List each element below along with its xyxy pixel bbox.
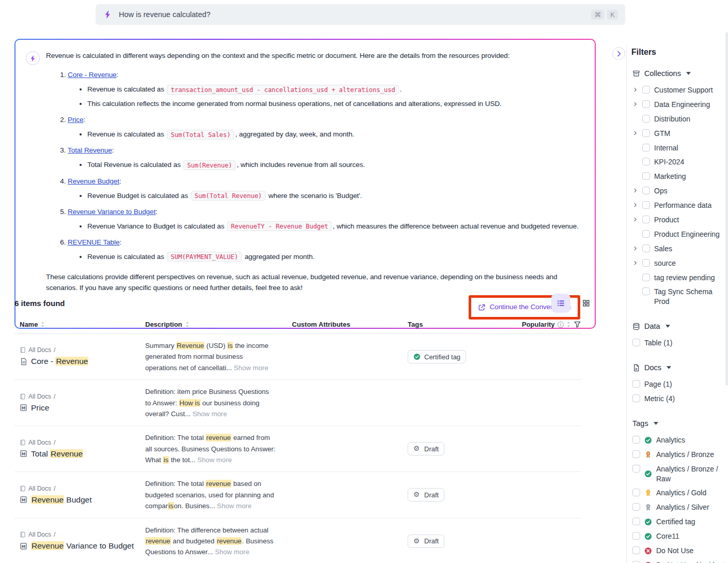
filter-item[interactable]: Ops xyxy=(632,186,726,196)
filter-item[interactable]: Analytics / Silver xyxy=(632,503,726,512)
doc-link[interactable]: Revenue Budget xyxy=(68,177,119,185)
chevron-right-icon[interactable] xyxy=(632,216,638,223)
asset-name[interactable]: Core - Revenue xyxy=(20,356,138,367)
show-more-link[interactable]: Show more xyxy=(215,548,250,556)
column-header-popularity[interactable]: Popularity xyxy=(522,321,571,328)
table-row[interactable]: All Docs /MPriceDefinition: item price B… xyxy=(14,380,581,426)
filter-item[interactable]: tag review pending xyxy=(632,273,726,283)
sort-icon[interactable] xyxy=(40,321,45,328)
column-header-name[interactable]: Name xyxy=(14,321,145,328)
checkbox[interactable] xyxy=(642,144,650,151)
show-more-link[interactable]: Show more xyxy=(193,410,227,418)
filter-item[interactable]: Page (1) xyxy=(632,379,726,389)
checkbox[interactable] xyxy=(642,115,650,123)
table-row[interactable]: All Docs /Core - RevenueSummary Revenue … xyxy=(14,334,581,380)
show-more-link[interactable]: Show more xyxy=(197,456,232,464)
checkbox[interactable] xyxy=(632,518,640,525)
table-row[interactable]: All Docs /MRevenue Variance to BudgetDef… xyxy=(14,519,581,563)
chevron-right-icon[interactable] xyxy=(632,130,638,136)
column-header-description[interactable]: Description xyxy=(145,321,292,328)
filter-item[interactable]: Table (1) xyxy=(632,338,726,348)
checkbox[interactable] xyxy=(642,245,650,252)
filter-group-header[interactable]: Collections xyxy=(632,69,726,78)
checkbox[interactable] xyxy=(632,489,640,496)
filter-item[interactable]: Analytics / Bronze / Raw xyxy=(632,464,726,484)
filter-item[interactable]: Analytics xyxy=(632,435,726,445)
checkbox[interactable] xyxy=(632,532,640,540)
tag-pill[interactable]: ⚙Draft xyxy=(408,442,444,455)
grid-view-button[interactable] xyxy=(577,294,596,313)
filter-item[interactable]: Sales xyxy=(632,244,726,254)
filter-item[interactable]: Metric (4) xyxy=(632,394,726,404)
checkbox[interactable] xyxy=(642,129,650,137)
filter-item[interactable]: source xyxy=(632,258,726,268)
filter-funnel-icon[interactable] xyxy=(574,321,581,328)
table-row[interactable]: All Docs /MTotal RevenueDefinition: The … xyxy=(14,426,581,472)
doc-link[interactable]: REVENUE Table xyxy=(68,238,119,246)
asset-name[interactable]: MRevenue Budget xyxy=(20,495,138,505)
filter-group-header[interactable]: Data xyxy=(632,322,726,330)
filter-item[interactable]: KPI-2024 xyxy=(632,157,726,167)
tag-pill[interactable]: Certified tag xyxy=(408,350,466,363)
checkbox[interactable] xyxy=(642,201,650,209)
filter-item[interactable]: Marketing xyxy=(632,172,726,181)
checkbox[interactable] xyxy=(632,546,640,554)
search-query[interactable]: How is revenue calculated? xyxy=(119,10,585,19)
chevron-right-icon[interactable] xyxy=(632,245,638,252)
filter-item[interactable]: Customer Support xyxy=(632,85,726,95)
filter-item[interactable]: Analytics / Bronze xyxy=(632,450,726,460)
collapse-filters-button[interactable] xyxy=(612,47,625,60)
filter-item[interactable]: Analytics / Gold xyxy=(632,488,726,498)
checkbox[interactable] xyxy=(642,259,650,267)
checkbox[interactable] xyxy=(632,380,640,388)
checkbox[interactable] xyxy=(642,100,650,108)
info-icon[interactable] xyxy=(557,321,564,328)
sort-icon[interactable] xyxy=(566,321,571,328)
doc-link[interactable]: Total Revenue xyxy=(68,146,112,154)
chevron-right-icon[interactable] xyxy=(632,86,638,93)
checkbox[interactable] xyxy=(642,273,650,281)
chevron-right-icon[interactable] xyxy=(632,101,638,108)
tag-pill[interactable]: ⚙Draft xyxy=(408,488,444,501)
checkbox[interactable] xyxy=(642,187,650,194)
list-view-button[interactable] xyxy=(551,294,570,313)
filter-item[interactable]: GTM xyxy=(632,129,726,139)
asset-name[interactable]: MTotal Revenue xyxy=(20,449,138,459)
asset-name[interactable]: MPrice xyxy=(20,403,138,413)
checkbox[interactable] xyxy=(642,230,650,238)
checkbox[interactable] xyxy=(642,158,650,165)
checkbox[interactable] xyxy=(642,216,650,223)
ai-search-bar[interactable]: How is revenue calculated? ⌘ K xyxy=(96,4,625,25)
checkbox[interactable] xyxy=(632,561,640,563)
filter-item[interactable]: Do Not Use xyxy=(632,546,726,556)
filter-item[interactable]: Distribution xyxy=(632,114,726,124)
filter-group-header[interactable]: Docs xyxy=(632,363,726,372)
filter-item[interactable]: Performance data xyxy=(632,201,726,210)
checkbox[interactable] xyxy=(632,394,640,402)
chevron-right-icon[interactable] xyxy=(632,260,638,266)
checkbox[interactable] xyxy=(642,172,650,180)
filter-item[interactable]: Product Engineering xyxy=(632,230,726,239)
asset-name[interactable]: MRevenue Variance to Budget xyxy=(20,541,138,551)
table-row[interactable]: All Docs /MRevenue BudgetDefinition: The… xyxy=(14,472,581,518)
show-more-link[interactable]: Show more xyxy=(234,364,269,372)
checkbox[interactable] xyxy=(632,450,640,458)
tag-pill[interactable]: ⚙Draft xyxy=(408,535,444,548)
checkbox[interactable] xyxy=(632,503,640,511)
filter-item[interactable]: Product xyxy=(632,215,726,225)
chevron-right-icon[interactable] xyxy=(632,187,638,194)
filter-item[interactable]: Core11 xyxy=(632,531,726,541)
checkbox[interactable] xyxy=(632,465,640,473)
checkbox[interactable] xyxy=(632,339,640,346)
doc-link[interactable]: Revenue Variance to Budget xyxy=(68,208,156,216)
checkbox[interactable] xyxy=(632,436,640,444)
filter-item[interactable]: Internal xyxy=(632,143,726,153)
filter-item[interactable]: Data Engineering xyxy=(632,100,726,110)
doc-link[interactable]: Price xyxy=(68,116,83,124)
sort-icon[interactable] xyxy=(185,321,190,328)
scrollbar[interactable] xyxy=(725,32,728,386)
chevron-right-icon[interactable] xyxy=(632,202,638,208)
checkbox[interactable] xyxy=(642,287,650,295)
filter-item[interactable]: Certified tag xyxy=(632,517,726,527)
filter-item[interactable]: Do Not Use / incident xyxy=(632,560,726,563)
